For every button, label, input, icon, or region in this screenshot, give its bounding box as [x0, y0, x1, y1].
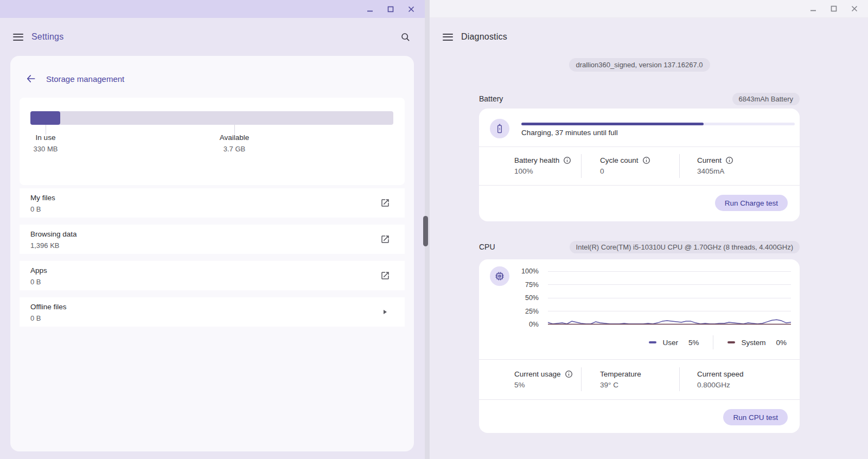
- row-size: 0 B: [30, 314, 41, 322]
- row-apps[interactable]: Apps 0 B: [20, 261, 405, 290]
- stat-label: Current usage: [514, 370, 561, 378]
- external-link-icon[interactable]: [380, 270, 391, 281]
- y-axis-tick: 25%: [525, 308, 539, 315]
- legend-value: 5%: [688, 339, 699, 347]
- legend-label: System: [741, 339, 765, 347]
- stat-label: Cycle count: [600, 156, 639, 164]
- split-view-drag-handle[interactable]: [423, 216, 428, 246]
- menu-icon[interactable]: [443, 34, 453, 41]
- run-charge-test-button[interactable]: Run Charge test: [715, 195, 788, 211]
- minimize-button[interactable]: [366, 5, 374, 13]
- battery-icon-badge: [490, 119, 509, 138]
- external-link-icon[interactable]: [380, 234, 391, 245]
- user-series-swatch: [649, 341, 656, 343]
- row-title: Browsing data: [30, 230, 77, 238]
- divider: [479, 185, 800, 186]
- battery-status-text: Charging, 37 minutes until full: [521, 129, 618, 137]
- row-title: Offline files: [30, 303, 67, 311]
- stat-battery-health: Battery health 100%: [514, 156, 581, 175]
- in-use-label: In use: [34, 133, 58, 142]
- y-axis-tick: 50%: [525, 294, 539, 302]
- stat-value: 3405mA: [697, 167, 800, 175]
- battery-stats-row: Battery health 100% Cycle count: [479, 146, 800, 185]
- vertical-divider: [713, 335, 713, 349]
- divider: [479, 399, 800, 400]
- battery-section-title: Battery: [479, 94, 503, 103]
- cpu-card: 100% 75% 50% 25% 0% User 5% System: [479, 259, 800, 433]
- row-size: 1,396 KB: [30, 241, 60, 250]
- menu-icon[interactable]: [13, 34, 23, 41]
- diagnostics-titlebar: [430, 0, 868, 18]
- legend-user: User 5%: [649, 339, 699, 347]
- legend-value: 0%: [776, 339, 787, 347]
- minimize-button[interactable]: [809, 5, 817, 12]
- settings-header: Settings: [0, 18, 425, 56]
- cpu-section-header: CPU Intel(R) Core(TM) i5-10310U CPU @ 1.…: [479, 240, 800, 253]
- battery-chip: 6843mAh Battery: [732, 93, 800, 105]
- battery-charge-fill: [521, 123, 704, 125]
- back-arrow-icon[interactable]: [23, 71, 39, 86]
- row-offline-files[interactable]: Offline files 0 B: [20, 297, 405, 327]
- stat-current-speed: Current speed 0.800GHz: [680, 370, 800, 389]
- stat-label: Temperature: [600, 370, 641, 378]
- close-button[interactable]: [851, 5, 858, 12]
- info-icon[interactable]: [642, 156, 650, 164]
- storage-summary-card: In use 330 MB Available 3.7 GB: [20, 98, 405, 185]
- board-version-chip: drallion360_signed, version 137.16267.0: [569, 58, 710, 72]
- cpu-chip: Intel(R) Core(TM) i5-10310U CPU @ 1.70GH…: [570, 241, 800, 253]
- stat-value: 5%: [514, 381, 581, 389]
- diagnostics-header: Diagnostics: [430, 18, 868, 56]
- stat-value: 100%: [514, 167, 581, 175]
- info-icon[interactable]: [725, 156, 733, 164]
- info-icon[interactable]: [565, 370, 573, 378]
- stat-value: 39° C: [600, 381, 679, 389]
- y-axis-tick: 100%: [521, 267, 539, 275]
- cpu-chart-legend: User 5% System 0%: [649, 336, 787, 349]
- cpu-section-title: CPU: [479, 243, 495, 251]
- row-my-files[interactable]: My files 0 B: [20, 188, 405, 218]
- in-use-label-group: In use 330 MB: [34, 133, 58, 153]
- page-title: Storage management: [46, 74, 124, 84]
- storage-bar: [30, 111, 393, 125]
- close-button[interactable]: [407, 5, 415, 13]
- maximize-button[interactable]: [830, 5, 838, 12]
- stat-temperature: Temperature 39° C: [582, 370, 679, 389]
- battery-charge-bar: [521, 123, 795, 125]
- system-series-swatch: [727, 341, 735, 343]
- cpu-stats-row: Current usage 5% Temperature 39° C: [479, 359, 800, 399]
- row-title: Apps: [30, 266, 47, 275]
- stat-value: 0.800GHz: [697, 381, 800, 389]
- settings-titlebar: [0, 0, 425, 18]
- stat-current: Current 3405mA: [680, 156, 800, 175]
- search-icon[interactable]: [398, 29, 413, 44]
- diagnostics-app-title: Diagnostics: [461, 32, 507, 42]
- stat-current-usage: Current usage 5%: [514, 370, 581, 389]
- row-size: 0 B: [30, 205, 41, 213]
- row-browsing-data[interactable]: Browsing data 1,396 KB: [20, 225, 405, 254]
- row-size: 0 B: [30, 278, 41, 286]
- row-title: My files: [30, 194, 55, 202]
- available-label-group: Available 3.7 GB: [220, 133, 250, 153]
- stat-label: Battery health: [514, 156, 559, 164]
- run-cpu-test-button[interactable]: Run CPU test: [723, 409, 788, 425]
- battery-card: Charging, 37 minutes until full Battery …: [479, 109, 800, 221]
- battery-section-header: Battery 6843mAh Battery: [479, 92, 800, 105]
- stat-label: Current: [697, 156, 722, 164]
- storage-page: Storage management In use 330 MB Availab…: [10, 56, 414, 451]
- stat-cycle-count: Cycle count 0: [582, 156, 679, 175]
- maximize-button[interactable]: [387, 5, 394, 13]
- storage-bar-fill: [30, 111, 60, 125]
- desktop: Settings Storage management: [0, 0, 868, 459]
- y-axis-tick: 0%: [529, 321, 539, 328]
- diagnostics-window: Diagnostics drallion360_signed, version …: [430, 0, 868, 459]
- cpu-chip-icon: [494, 271, 505, 282]
- settings-window: Settings Storage management: [0, 0, 425, 459]
- cpu-usage-chart: [548, 265, 791, 332]
- info-icon[interactable]: [563, 156, 571, 164]
- y-axis-tick: 75%: [525, 281, 539, 289]
- chevron-right-icon[interactable]: [380, 307, 391, 317]
- external-link-icon[interactable]: [380, 197, 391, 208]
- stat-label: Current speed: [697, 370, 744, 378]
- settings-app-title: Settings: [31, 32, 63, 42]
- available-value: 3.7 GB: [220, 145, 250, 153]
